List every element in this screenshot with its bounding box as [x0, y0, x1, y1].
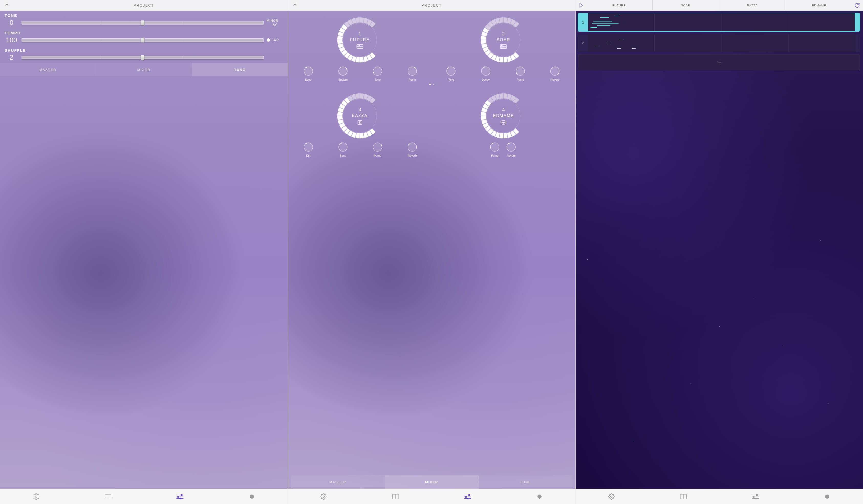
knob-tone[interactable]: Tone	[371, 66, 384, 81]
play-button[interactable]	[577, 0, 586, 11]
dial-bazza-ring[interactable]: 3 BAZZA	[334, 90, 385, 141]
dial-row-top: 1 FUTURE 2 SOAR	[291, 14, 572, 65]
svg-point-78	[611, 495, 612, 497]
tab-future[interactable]: FUTURE	[586, 0, 652, 11]
svg-marker-75	[580, 3, 583, 8]
svg-rect-84	[756, 494, 758, 495]
shuffle-label: SHUFFLE	[4, 48, 283, 52]
mode-tune-2[interactable]: TUNE	[479, 475, 572, 489]
mode-mixer-2[interactable]: MIXER	[385, 475, 479, 489]
svg-point-39	[481, 67, 490, 75]
clip-cell[interactable]	[788, 13, 855, 31]
svg-rect-72	[468, 494, 470, 495]
tab-bazza[interactable]: BAZZA	[719, 0, 786, 11]
dial-edmame-ring[interactable]: 4 EDMAME	[478, 90, 529, 141]
chevron-up-icon[interactable]	[292, 2, 297, 8]
tone-slider[interactable]	[22, 21, 264, 25]
mode-master[interactable]: MASTER	[0, 63, 96, 76]
library-button[interactable]	[103, 491, 113, 502]
clip-cell[interactable]	[588, 13, 654, 31]
project-title: PROJECT	[134, 3, 154, 8]
page-dot-1[interactable]	[429, 84, 431, 85]
record-icon	[537, 494, 541, 499]
bottom-toolbar-3	[576, 489, 863, 504]
knob-reverb[interactable]: Reverb	[505, 142, 517, 157]
settings-button[interactable]	[31, 491, 41, 502]
clip-cell[interactable]	[721, 34, 788, 52]
shuffle-slider[interactable]	[22, 56, 264, 59]
library-button[interactable]	[678, 491, 688, 502]
mode-tune[interactable]: TUNE	[192, 63, 288, 76]
pane-tune: PROJECT TONE 0 MINOR A# TEMPO 100	[0, 0, 288, 504]
track-num-2: 2	[578, 34, 588, 52]
dial-future: 1 FUTURE	[334, 14, 385, 65]
track-num-1: 1	[578, 13, 588, 31]
shuffle-section: SHUFFLE 2	[0, 46, 288, 63]
svg-point-56	[339, 143, 347, 151]
record-button[interactable]	[822, 491, 832, 502]
track-end-handle[interactable]	[855, 13, 860, 31]
settings-button[interactable]	[318, 491, 329, 502]
track-tabs: FUTURE SOAR BAZZA EDMAME	[586, 0, 852, 11]
settings-button[interactable]	[606, 491, 616, 502]
mixer-body: 1 FUTURE 2 SOAR Echo	[288, 11, 575, 489]
tone-section: TONE 0 MINOR A#	[0, 11, 288, 28]
page-dot-2[interactable]	[433, 84, 434, 85]
sync-button[interactable]	[852, 2, 862, 8]
record-icon	[825, 494, 829, 499]
knob-decay[interactable]: Decay	[479, 66, 492, 81]
dial-row-bottom: 3 BAZZA 4 EDMAME	[291, 90, 572, 141]
topbar-project-2: PROJECT	[288, 0, 575, 11]
scale-display[interactable]: MINOR A#	[267, 19, 283, 26]
page-dots[interactable]	[291, 84, 572, 85]
sliders-button[interactable]	[175, 491, 185, 502]
mode-mixer[interactable]: MIXER	[96, 63, 192, 76]
svg-point-49	[487, 99, 520, 133]
bottom-toolbar-2	[288, 489, 575, 504]
tab-soar[interactable]: SOAR	[652, 0, 719, 11]
clip-cell[interactable]	[654, 13, 721, 31]
mode-bar: MASTER MIXER TUNE	[0, 63, 288, 76]
mode-bar-2: MASTER MIXER TUNE	[291, 475, 572, 489]
dial-bazza: 3 BAZZA	[334, 90, 385, 141]
knob-pump[interactable]: Pump	[489, 142, 501, 157]
tap-tempo-button[interactable]: TAP	[267, 38, 283, 42]
tab-edmame[interactable]: EDMAME	[786, 0, 852, 11]
svg-point-58	[373, 143, 382, 151]
track-end-handle[interactable]	[855, 34, 860, 52]
knob-reverb[interactable]: Reverb	[549, 66, 561, 81]
knob-echo[interactable]: Echo	[302, 66, 314, 81]
sliders-button[interactable]	[462, 491, 473, 502]
record-button[interactable]	[247, 491, 257, 502]
knob-pump[interactable]: Pump	[406, 66, 418, 81]
clip-cell[interactable]	[721, 13, 788, 31]
svg-rect-85	[753, 496, 754, 497]
svg-rect-6	[181, 494, 182, 495]
arrange-body: 1 2	[576, 11, 863, 489]
tempo-slider[interactable]	[22, 38, 264, 42]
tone-label: TONE	[4, 13, 283, 18]
knob-sustain[interactable]: Sustain	[337, 66, 349, 81]
knob-tone[interactable]: Tone	[445, 66, 457, 81]
clip-cell[interactable]	[654, 34, 722, 52]
knob-bend[interactable]: Bend	[337, 142, 349, 157]
knob-pump[interactable]: Pump	[371, 142, 384, 157]
record-button[interactable]	[534, 491, 545, 502]
clip-cell[interactable]	[788, 34, 855, 52]
project-title-2: PROJECT	[422, 3, 442, 8]
dial-future-ring[interactable]: 1 FUTURE	[334, 14, 385, 65]
clip-cell[interactable]	[588, 34, 654, 52]
knob-dirt[interactable]: Dirt	[302, 142, 314, 157]
knob-reverb[interactable]: Reverb	[406, 142, 418, 157]
svg-point-0	[35, 495, 37, 497]
svg-point-62	[490, 143, 499, 151]
knob-pump[interactable]: Pump	[514, 66, 526, 81]
dial-soar-ring[interactable]: 2 SOAR	[478, 14, 529, 65]
sliders-button[interactable]	[750, 491, 760, 502]
track-row-2[interactable]: 2	[578, 34, 860, 52]
chevron-up-icon[interactable]	[4, 2, 9, 8]
mode-master-2[interactable]: MASTER	[291, 475, 385, 489]
track-row-1[interactable]: 1	[578, 13, 860, 32]
add-track-button[interactable]	[578, 54, 860, 70]
library-button[interactable]	[390, 491, 401, 502]
